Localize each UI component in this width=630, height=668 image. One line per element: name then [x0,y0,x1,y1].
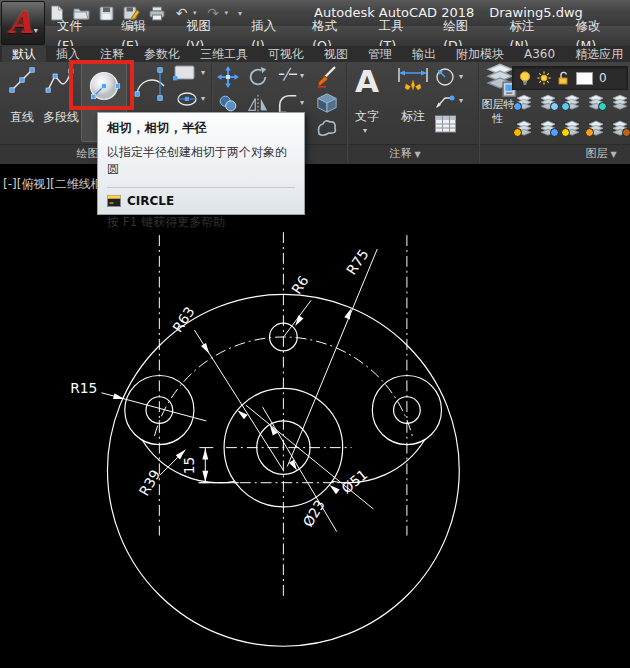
dim-d51: Ø51 [338,466,370,496]
autocad-logo-icon: A [8,8,31,38]
layer-unlock-icon [557,71,570,85]
dimension-tool-icon[interactable] [396,66,430,100]
layers-panel-label[interactable]: 图层▼ [570,146,630,162]
ribbon-tab[interactable]: 可视化 [258,46,314,62]
print-icon[interactable] [148,5,165,21]
undo-icon[interactable]: ↶ [173,5,190,21]
ribbon-tab[interactable]: 注释 [90,46,134,62]
layer-states-icon[interactable] [610,94,630,110]
text-tool-label[interactable]: 文字 [342,108,392,125]
move-tool-icon[interactable] [217,66,239,88]
ribbon-tab[interactable]: 输出 [402,46,446,62]
new-file-icon[interactable] [48,5,65,21]
ribbon-tab-bar: 默认插入注释参数化三维工具可视化视图管理输出附加模块A360精选应用 [0,46,630,62]
layer-on-bulb-icon [519,71,531,86]
panel-flyout-caret-icon: ▼ [414,150,420,159]
layer-unlock-all-icon[interactable] [586,120,606,136]
quick-access-toolbar: ↶ ▾ ↷ ▾ ▾ [48,3,242,23]
ribbon-tab[interactable]: 附加模块 [446,46,514,62]
tooltip-title: 相切，相切，半径 [107,120,295,137]
layer-match-icon[interactable] [538,120,558,136]
leader-tool-icon[interactable] [434,92,456,110]
polyline-tool-label[interactable]: 多段线 [38,109,84,126]
draw-panel-label-text: 绘图 [76,147,98,160]
tooltip-divider [107,187,295,188]
tooltip-description: 以指定半径创建相切于两个对象的圆 [107,144,295,178]
layer-properties-label[interactable]: 图层特性 [478,98,518,127]
layers-panel-label-text: 图层 [585,147,607,160]
ribbon-tab[interactable]: 插入 [46,46,90,62]
save-as-icon[interactable] [123,5,140,21]
layer-isolate-icon[interactable] [514,94,534,110]
autocad-window: { "window": { "app_title": "Autodesk Aut… [0,0,630,668]
current-layer-name: 0 [599,71,607,85]
ellipse-tool-icon[interactable] [175,90,199,108]
fillet-dropdown-caret-icon[interactable]: ▾ [300,98,304,107]
window-title: Autodesk AutoCAD 2018 Drawing5.dwg [314,5,583,20]
ribbon-tab[interactable]: 管理 [358,46,402,62]
ribbon-tab[interactable]: 精选应用 [565,46,630,62]
ribbon-tab[interactable]: 参数化 [134,46,190,62]
layer-thaw-sun-icon [537,71,551,85]
ribbon-tab[interactable]: 默认 [2,46,46,62]
redo-dropdown-caret-icon[interactable]: ▾ [225,9,229,17]
panel-flyout-caret-icon: ▼ [610,150,616,159]
save-icon[interactable] [98,5,115,21]
app-title: Autodesk AutoCAD 2018 [314,5,474,20]
layer-lock-icon[interactable] [586,94,606,110]
dim-r6: R6 [288,273,312,297]
tooltip-command-name: CIRCLE [127,194,174,208]
undo-dropdown-caret-icon[interactable]: ▾ [193,9,197,17]
polyline-tool-icon[interactable] [45,66,75,94]
tooltip-footer: 按 F1 键获得更多帮助 [107,214,295,231]
trim-dropdown-caret-icon[interactable]: ▾ [300,71,304,80]
layer-delete-icon[interactable] [610,120,630,136]
center-mark-icon[interactable] [434,66,456,88]
dim-offset-15: 15 [181,457,197,475]
viewport-controls-label[interactable]: [-][俯视][二维线框] [3,176,107,193]
ribbon-tab[interactable]: 三维工具 [190,46,258,62]
chevron-down-icon: ▾ [34,26,38,35]
application-menu-button[interactable]: A ▾ [1,1,45,45]
3d-box-icon[interactable] [315,92,339,114]
annotation-panel-label-text: 注释 [389,147,411,160]
layer-off-icon[interactable] [514,120,534,136]
document-title: Drawing5.dwg [489,5,583,20]
annotation-panel-label[interactable]: 注释▼ [375,146,435,162]
ellipse-dropdown-caret-icon[interactable]: ▾ [201,94,205,103]
center-mark-caret-icon[interactable]: ▾ [459,72,463,81]
toolbar-options-caret-icon[interactable]: ▾ [238,9,242,18]
leader-caret-icon[interactable]: ▾ [459,96,463,105]
rectangle-dropdown-caret-icon[interactable]: ▾ [201,68,205,77]
ribbon-tab[interactable]: 视图 [314,46,358,62]
dim-d23: Ø23 [299,497,327,530]
menu-bar: 文件(F)编辑(E)视图(V)插入(I)格式(O)工具(T)绘图(D)标注(N)… [0,26,630,46]
open-folder-icon[interactable] [73,5,90,21]
section-shape-icon[interactable] [315,117,339,139]
text-dropdown-caret-icon[interactable]: ▾ [363,126,367,135]
text-tool-icon[interactable]: A [352,62,382,100]
layer-color-swatch [576,72,593,85]
layer-select-combo[interactable]: 0 [512,66,628,90]
ribbon-tab[interactable]: A360 [514,46,565,62]
arc-tool-icon[interactable] [133,64,169,102]
match-properties-icon[interactable] [315,64,339,88]
command-window-icon [107,195,121,207]
circle-tool-icon [86,68,123,105]
rotate-tool-icon[interactable] [247,66,269,88]
cad-drawing[interactable]: R15 R63 R6 R75 R39 15 Ø51 Ø23 [0,164,630,668]
dim-r15: R15 [70,380,97,396]
line-tool-icon[interactable] [8,66,36,94]
rectangle-tool-icon[interactable] [172,63,198,83]
dimension-tool-label[interactable]: 标注 [388,108,438,125]
tool-tooltip: 相切，相切，半径 以指定半径创建相切于两个对象的圆 CIRCLE 按 F1 键获… [97,112,305,215]
table-tool-icon[interactable] [434,114,457,134]
redo-icon[interactable]: ↷ [205,5,222,21]
trim-tool-icon[interactable] [277,66,299,88]
layer-set-current-icon[interactable] [538,94,558,110]
layer-thaw-all-icon[interactable] [562,120,582,136]
layer-freeze-icon[interactable] [562,94,582,110]
